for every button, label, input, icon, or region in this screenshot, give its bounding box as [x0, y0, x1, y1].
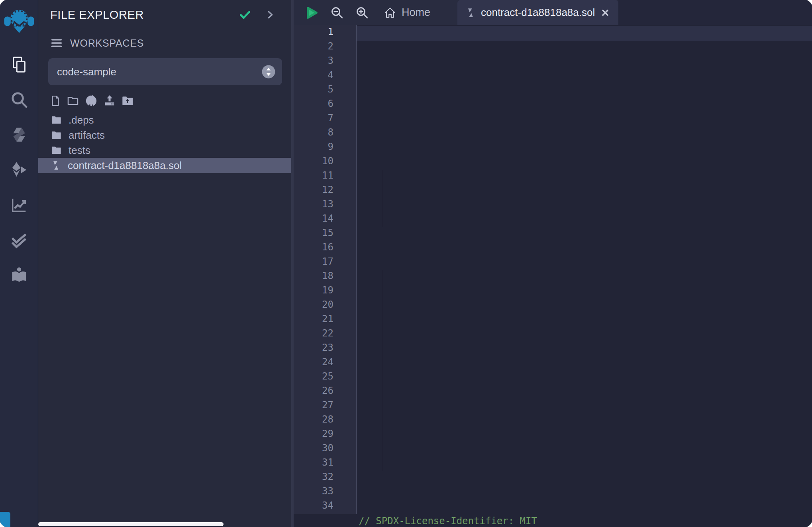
- sidebar-item-deploy-and-run[interactable]: [0, 152, 38, 187]
- page-title: FILE EXPLORER: [50, 8, 238, 22]
- tree-item-label: .deps: [69, 114, 94, 126]
- line-number: 24: [294, 356, 356, 371]
- line-number: 16: [294, 242, 356, 256]
- workspace-select[interactable]: code-sample: [48, 58, 282, 85]
- line-number: 9: [294, 141, 356, 155]
- upload-folder-button[interactable]: [121, 94, 134, 107]
- workspace-selected-value: code-sample: [57, 66, 261, 78]
- sidebar-item-learneth[interactable]: [0, 258, 38, 293]
- run-script-button[interactable]: [303, 5, 319, 21]
- tree-folder-item[interactable]: tests: [38, 143, 292, 158]
- remix-logo-icon[interactable]: [3, 2, 35, 41]
- tabbar-filler: [618, 0, 812, 25]
- files-icon: [10, 55, 28, 74]
- line-number: 28: [294, 414, 356, 428]
- line-number: 21: [294, 313, 356, 328]
- line-number: 17: [294, 256, 356, 270]
- learn-book-icon: [10, 266, 28, 284]
- remix-ide-window: FILE EXPLORER: [0, 0, 812, 527]
- folder-icon: [51, 145, 62, 156]
- line-number: 34: [294, 500, 356, 514]
- sidebar-item-static-analysis[interactable]: [0, 187, 38, 222]
- zoom-out-button[interactable]: [330, 6, 344, 20]
- github-clone-button[interactable]: [84, 94, 98, 108]
- code-line[interactable]: // SPDX-License-Identifier: MIT: [359, 515, 812, 527]
- line-number: 11: [294, 170, 356, 184]
- new-folder-button[interactable]: [67, 94, 79, 107]
- current-line-highlight: [294, 26, 812, 41]
- line-number: 10: [294, 155, 356, 170]
- home-icon: [384, 6, 396, 19]
- accept-check-button[interactable]: [238, 8, 252, 22]
- editor-tabbar: Home contract-d1a8818a8a.sol: [294, 0, 812, 25]
- editor-toolbar: [294, 0, 381, 25]
- new-file-button[interactable]: [49, 95, 61, 107]
- sidebar-item-search[interactable]: [0, 82, 38, 117]
- zoom-in-icon: [355, 6, 369, 20]
- line-number: 7: [294, 112, 356, 127]
- indent-guide: [382, 170, 382, 227]
- expand-panel-button[interactable]: [265, 9, 276, 20]
- solidity-compiler-icon: [10, 126, 28, 144]
- line-number: 19: [294, 285, 356, 299]
- new-folder-icon: [67, 94, 79, 107]
- tab-home-label: Home: [402, 6, 430, 19]
- line-number: 15: [294, 227, 356, 242]
- close-tab-button[interactable]: [600, 8, 610, 18]
- line-number: 13: [294, 199, 356, 213]
- line-number: 31: [294, 457, 356, 471]
- folder-icon: [51, 114, 62, 126]
- bottom-left-partial-icon: [0, 512, 10, 527]
- sidebar-item-unit-testing[interactable]: [0, 222, 38, 258]
- tree-item-label: contract-d1a8818a8a.sol: [68, 159, 182, 172]
- line-number: 2: [294, 41, 356, 55]
- tree-folder-item[interactable]: artifacts: [38, 128, 292, 143]
- line-number: 3: [294, 55, 356, 69]
- line-number: 1: [294, 26, 356, 41]
- deploy-run-icon: [10, 161, 28, 179]
- line-number: 25: [294, 371, 356, 385]
- line-number: 23: [294, 342, 356, 356]
- tab-contract-file[interactable]: contract-d1a8818a8a.sol: [457, 0, 618, 25]
- workspaces-label: WORKSPACES: [70, 37, 144, 49]
- line-number: 27: [294, 399, 356, 414]
- line-number: 12: [294, 184, 356, 199]
- sidebar-item-file-explorer[interactable]: [0, 47, 38, 82]
- panel-header: FILE EXPLORER: [38, 0, 292, 22]
- line-number: 6: [294, 98, 356, 112]
- tree-item-label: artifacts: [69, 129, 105, 142]
- chevron-right-icon: [265, 9, 276, 20]
- play-icon: [303, 5, 319, 21]
- file-explorer-panel: FILE EXPLORER: [38, 0, 292, 527]
- code-content: // SPDX-License-Identifier: MITpragma so…: [357, 514, 812, 527]
- file-tree: .deps artifacts tests contract-d1a8818a8…: [38, 112, 292, 173]
- line-number: 29: [294, 428, 356, 442]
- analysis-chart-icon: [10, 196, 28, 214]
- indent-guide: [382, 270, 382, 471]
- line-number: 26: [294, 385, 356, 399]
- upload-file-icon: [103, 94, 116, 107]
- line-number: 22: [294, 328, 356, 342]
- tree-folder-item[interactable]: .deps: [38, 112, 292, 128]
- line-number: 20: [294, 299, 356, 313]
- line-number: 30: [294, 442, 356, 457]
- zoom-in-button[interactable]: [355, 6, 369, 20]
- upload-file-button[interactable]: [103, 94, 116, 107]
- check-icon: [238, 8, 252, 22]
- tree-file-item[interactable]: contract-d1a8818a8a.sol: [38, 158, 292, 173]
- editor-area: Home contract-d1a8818a8a.sol 12345678910…: [291, 0, 812, 527]
- workspaces-menu-button[interactable]: [50, 37, 63, 49]
- zoom-out-icon: [330, 6, 344, 20]
- code-editor[interactable]: 1234567891011121314151617181920212223242…: [294, 25, 812, 527]
- tree-item-label: tests: [69, 144, 90, 157]
- tab-home[interactable]: Home: [381, 0, 447, 25]
- sidebar-item-solidity-compiler[interactable]: [0, 117, 38, 152]
- line-number: 18: [294, 270, 356, 285]
- close-icon: [600, 8, 610, 18]
- horizontal-scrollbar[interactable]: [38, 522, 224, 526]
- line-number: 8: [294, 127, 356, 141]
- line-number: 33: [294, 486, 356, 500]
- line-number: 32: [294, 471, 356, 486]
- new-file-icon: [49, 95, 61, 107]
- activity-bar: [0, 0, 38, 527]
